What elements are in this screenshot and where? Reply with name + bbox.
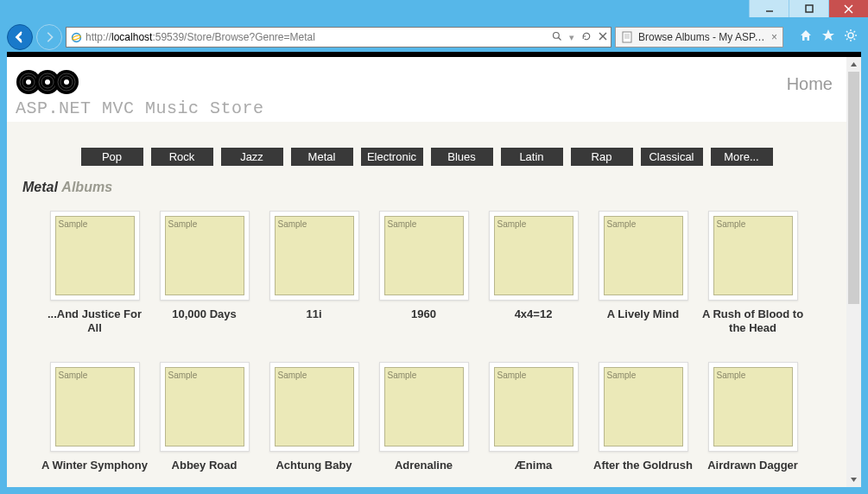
album-item[interactable]: SampleAirdrawn Dagger — [698, 362, 808, 472]
album-title: Adrenaline — [369, 459, 478, 472]
album-thumbnail: Sample — [489, 362, 579, 452]
ie-icon — [70, 31, 82, 43]
page-heading: Metal Albums — [22, 180, 839, 195]
sample-label: Sample — [278, 370, 307, 380]
svg-line-20 — [854, 39, 856, 41]
home-icon[interactable] — [799, 28, 813, 46]
album-item[interactable]: SampleA Rush of Blood to the Head — [698, 211, 808, 336]
album-title: 11i — [259, 307, 369, 321]
album-item[interactable]: Sample...And Justice For All — [40, 211, 149, 336]
vertical-scrollbar[interactable] — [846, 57, 861, 487]
genre-button-jazz[interactable]: Jazz — [221, 148, 283, 166]
svg-line-7 — [559, 38, 561, 41]
sample-label: Sample — [607, 219, 637, 229]
favorites-icon[interactable] — [821, 28, 835, 46]
sample-label: Sample — [168, 370, 198, 380]
album-item[interactable]: Sample1960 — [369, 211, 478, 336]
sample-label: Sample — [388, 370, 417, 380]
url-host: localhost — [111, 31, 152, 43]
album-thumbnail: Sample — [50, 362, 140, 452]
album-title: After the Goldrush — [588, 459, 698, 472]
svg-rect-10 — [623, 32, 631, 42]
genre-button-pop[interactable]: Pop — [81, 148, 143, 166]
svg-point-6 — [554, 33, 560, 39]
album-item[interactable]: Sample11i — [259, 211, 369, 336]
browser-tab[interactable]: Browse Albums - My ASP.N... × — [615, 27, 783, 48]
genre-button-latin[interactable]: Latin — [501, 148, 563, 166]
scroll-track[interactable] — [846, 72, 861, 472]
search-icon[interactable] — [552, 31, 562, 43]
svg-line-19 — [846, 31, 848, 33]
minimize-button[interactable] — [749, 0, 789, 17]
album-item[interactable]: SampleAfter the Goldrush — [588, 362, 698, 472]
genre-button-blues[interactable]: Blues — [431, 148, 493, 166]
album-item[interactable]: SampleAchtung Baby — [259, 362, 369, 472]
album-title: Airdrawn Dagger — [698, 459, 808, 472]
scroll-up-icon[interactable] — [846, 57, 861, 72]
svg-point-34 — [64, 79, 69, 85]
svg-line-22 — [854, 31, 856, 33]
sample-label: Sample — [717, 219, 746, 229]
scroll-down-icon[interactable] — [846, 472, 861, 487]
album-thumbnail: Sample — [269, 211, 359, 301]
sample-label: Sample — [168, 219, 198, 229]
album-item[interactable]: SampleA Lively Mind — [588, 211, 698, 336]
album-item[interactable]: SampleA Winter Symphony — [40, 362, 149, 472]
site-title: ASP.NET MVC Music Store — [16, 98, 264, 118]
album-thumbnail: Sample — [708, 211, 798, 301]
genre-button-more[interactable]: More... — [711, 148, 773, 166]
album-thumbnail: Sample — [599, 362, 688, 452]
genre-button-rap[interactable]: Rap — [571, 148, 633, 166]
album-thumbnail: Sample — [379, 362, 469, 452]
stop-icon[interactable] — [599, 32, 607, 42]
sample-label: Sample — [607, 370, 637, 380]
album-thumbnail: Sample — [489, 211, 579, 301]
album-title: 1960 — [369, 307, 478, 321]
album-item[interactable]: Sample4x4=12 — [478, 211, 588, 336]
back-button[interactable] — [7, 24, 33, 50]
vinyl-icon — [16, 69, 83, 93]
genre-button-electronic[interactable]: Electronic — [361, 148, 423, 166]
url-path: /Store/Browse?Genre=Metal — [184, 31, 315, 43]
svg-line-21 — [846, 39, 848, 41]
heading-albums-word: Albums — [61, 180, 112, 194]
site-logo[interactable]: ASP.NET MVC Music Store — [16, 69, 264, 118]
sample-label: Sample — [59, 370, 88, 380]
forward-button[interactable] — [36, 24, 62, 50]
album-item[interactable]: Sample10,000 Days — [149, 211, 259, 336]
sample-label: Sample — [717, 370, 746, 380]
album-item[interactable]: SampleAdrenaline — [369, 362, 478, 472]
svg-point-26 — [26, 79, 31, 85]
address-bar[interactable]: http://localhost:59539/Store/Browse?Genr… — [66, 27, 611, 48]
svg-point-30 — [45, 79, 50, 85]
album-item[interactable]: SampleAbbey Road — [149, 362, 259, 472]
page-icon — [621, 31, 633, 43]
sample-label: Sample — [497, 219, 527, 229]
refresh-icon[interactable] — [581, 31, 592, 43]
album-title: ...And Justice For All — [40, 307, 149, 336]
svg-point-14 — [848, 33, 853, 38]
album-title: A Winter Symphony — [40, 459, 149, 472]
album-title: A Lively Mind — [588, 307, 698, 321]
home-link[interactable]: Home — [787, 69, 838, 94]
album-thumbnail: Sample — [708, 362, 798, 452]
album-title: 10,000 Days — [149, 307, 259, 321]
album-thumbnail: Sample — [160, 211, 250, 301]
scroll-thumb[interactable] — [848, 72, 859, 304]
maximize-button[interactable] — [789, 0, 828, 17]
album-thumbnail: Sample — [379, 211, 469, 301]
album-title: A Rush of Blood to the Head — [698, 307, 808, 336]
close-button[interactable] — [828, 0, 868, 17]
album-item[interactable]: SampleÆnima — [478, 362, 588, 472]
svg-rect-1 — [806, 5, 813, 12]
tools-icon[interactable] — [844, 28, 858, 46]
genre-button-metal[interactable]: Metal — [291, 148, 353, 166]
album-thumbnail: Sample — [269, 362, 359, 452]
tab-close-icon[interactable]: × — [771, 31, 777, 43]
separator: ▾ — [569, 32, 574, 43]
sample-label: Sample — [59, 219, 88, 229]
heading-genre: Metal — [22, 180, 58, 194]
genre-button-classical[interactable]: Classical — [641, 148, 703, 166]
album-title: Ænima — [478, 459, 588, 472]
genre-button-rock[interactable]: Rock — [151, 148, 213, 166]
